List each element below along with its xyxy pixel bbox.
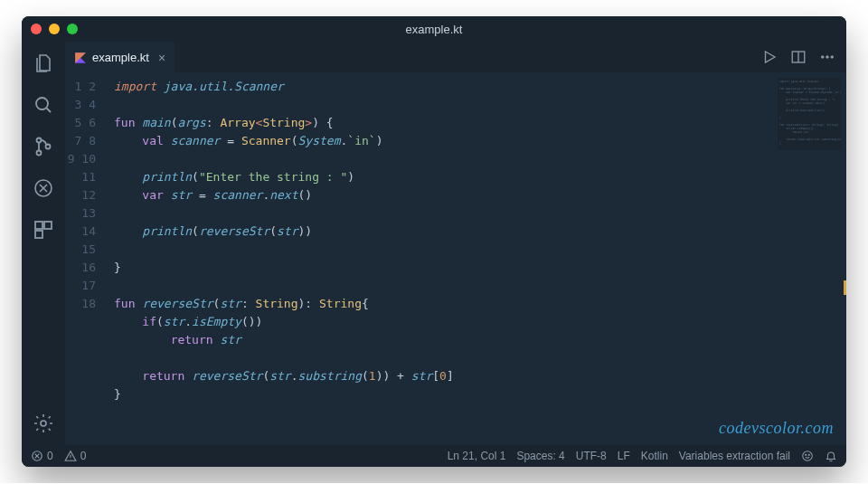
status-spaces[interactable]: Spaces: 4 <box>516 450 564 462</box>
svg-point-0 <box>36 98 48 109</box>
watermark-text: codevscolor.com <box>719 419 834 438</box>
tab-example-kt[interactable]: example.kt × <box>65 42 175 72</box>
status-warnings-count: 0 <box>80 450 87 462</box>
status-warnings[interactable]: 0 <box>64 450 87 462</box>
close-tab-icon[interactable]: × <box>158 51 165 65</box>
change-marker <box>844 280 846 295</box>
svg-rect-6 <box>44 222 52 229</box>
svg-point-12 <box>831 56 834 59</box>
status-smiley-icon[interactable] <box>801 450 814 462</box>
split-editor-icon[interactable] <box>790 49 807 65</box>
explorer-icon[interactable] <box>31 51 56 76</box>
svg-point-1 <box>37 138 42 143</box>
status-bar: 0 0 Ln 21, Col 1 Spaces: 4 UTF-8 LF Kotl… <box>22 445 846 467</box>
status-bell-icon[interactable] <box>825 450 837 462</box>
svg-point-14 <box>803 451 813 461</box>
svg-point-15 <box>806 454 807 455</box>
titlebar: example.kt <box>22 16 846 42</box>
editor-group: example.kt × 1 2 3 4 5 6 7 <box>65 42 846 445</box>
code-text[interactable]: import java.util.Scanner fun main(args: … <box>105 72 846 445</box>
tabs-row: example.kt × <box>65 42 846 72</box>
svg-point-10 <box>821 56 824 59</box>
settings-gear-icon[interactable] <box>31 411 56 436</box>
extensions-icon[interactable] <box>31 217 56 242</box>
minimap[interactable]: import java.util.Scanner fun main(args: … <box>778 78 841 150</box>
line-number-gutter: 1 2 3 4 5 6 7 8 9 10 11 12 13 14 15 16 1… <box>65 72 105 445</box>
more-actions-icon[interactable] <box>819 49 835 65</box>
run-icon[interactable] <box>761 49 778 65</box>
svg-rect-7 <box>35 231 42 238</box>
status-encoding[interactable]: UTF-8 <box>576 450 607 462</box>
svg-rect-5 <box>35 222 42 229</box>
source-control-icon[interactable] <box>31 134 56 159</box>
kotlin-file-icon <box>74 52 87 64</box>
svg-point-11 <box>826 56 829 59</box>
search-icon[interactable] <box>31 92 56 118</box>
editor-window: example.kt <box>22 16 846 467</box>
status-errors-count: 0 <box>47 450 53 462</box>
activity-bar <box>22 42 65 445</box>
status-language[interactable]: Kotlin <box>641 450 668 462</box>
status-feedback[interactable]: Variables extraction fail <box>679 450 790 462</box>
svg-point-2 <box>37 151 42 156</box>
debug-icon[interactable] <box>31 176 56 201</box>
status-errors[interactable]: 0 <box>31 450 53 462</box>
svg-point-16 <box>808 454 809 455</box>
status-cursor[interactable]: Ln 21, Col 1 <box>448 450 506 462</box>
editor-actions <box>750 42 846 72</box>
svg-point-3 <box>46 145 51 149</box>
window-title: example.kt <box>22 23 846 36</box>
status-eol[interactable]: LF <box>618 450 630 462</box>
code-area[interactable]: 1 2 3 4 5 6 7 8 9 10 11 12 13 14 15 16 1… <box>65 72 846 445</box>
svg-point-8 <box>41 421 46 426</box>
tab-label: example.kt <box>92 51 149 64</box>
